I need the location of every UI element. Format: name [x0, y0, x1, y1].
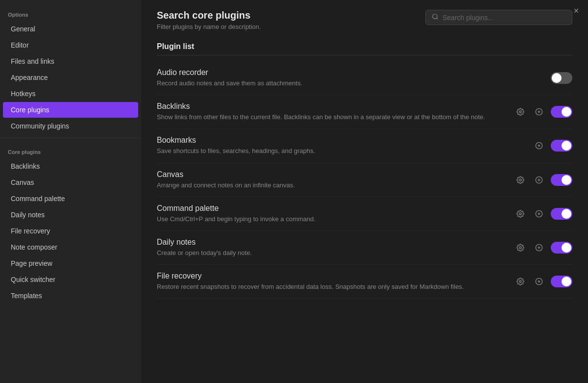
plugin-add-icon-file-recovery[interactable] [532, 275, 546, 288]
search-desc: Filter plugins by name or description. [157, 23, 261, 30]
plugin-toggle-track-audio-recorder [551, 72, 572, 84]
sidebar-item-core-plugins[interactable]: Core plugins [3, 102, 138, 118]
plugin-item-canvas: CanvasArrange and connect notes on an in… [157, 163, 572, 197]
plugin-toggle-command-palette[interactable] [551, 208, 572, 220]
plugin-actions-command-palette [514, 207, 572, 221]
plugin-list: Audio recorderRecord audio notes and sav… [157, 61, 572, 299]
sidebar-core-item-templates[interactable]: Templates [3, 288, 138, 304]
svg-point-17 [519, 247, 521, 249]
plugin-toggle-thumb-backlinks [562, 107, 571, 117]
plugin-toggle-track-bookmarks [551, 140, 572, 152]
plugin-desc-canvas: Arrange and connect notes on an infinite… [157, 181, 506, 190]
sidebar-item-community-plugins[interactable]: Community plugins [3, 118, 138, 134]
plugin-add-icon-daily-notes[interactable] [532, 241, 546, 255]
svg-point-13 [519, 213, 521, 215]
sidebar-core-item-command-palette[interactable]: Command palette [3, 191, 138, 206]
svg-point-21 [519, 281, 521, 282]
plugin-info-canvas: CanvasArrange and connect notes on an in… [157, 170, 506, 190]
search-title: Search core plugins [157, 10, 261, 21]
plugin-info-backlinks: BacklinksShow links from other files to … [157, 102, 506, 122]
plugin-info-command-palette: Command paletteUse Cmd/Ctrl+P and begin … [157, 204, 506, 224]
plugin-actions-canvas [514, 173, 572, 187]
sidebar-item-general[interactable]: General [3, 21, 138, 37]
plugin-item-backlinks: BacklinksShow links from other files to … [157, 95, 572, 129]
plugin-toggle-track-file-recovery [551, 276, 572, 287]
plugin-actions-backlinks [514, 105, 572, 119]
plugin-add-icon-command-palette[interactable] [532, 207, 546, 221]
sidebar-core-item-backlinks[interactable]: Backlinks [3, 158, 138, 174]
plugin-toggle-daily-notes[interactable] [551, 242, 572, 254]
sidebar-divider [0, 138, 141, 138]
plugin-info-bookmarks: BookmarksSave shortcuts to files, search… [157, 136, 524, 155]
plugin-add-icon-canvas[interactable] [532, 173, 546, 187]
plugin-toggle-canvas[interactable] [551, 174, 572, 186]
plugin-name-daily-notes: Daily notes [157, 238, 506, 247]
plugin-add-icon-bookmarks[interactable] [532, 139, 546, 153]
plugin-toggle-thumb-daily-notes [562, 243, 571, 253]
plugin-name-audio-recorder: Audio recorder [157, 68, 543, 77]
plugin-list-title: Plugin list [157, 42, 572, 55]
sidebar-core-item-page-preview[interactable]: Page preview [3, 255, 138, 271]
plugin-settings-icon-file-recovery[interactable] [514, 275, 527, 288]
close-button[interactable]: × [569, 4, 583, 18]
sidebar-item-files-and-links[interactable]: Files and links [3, 53, 138, 69]
plugin-item-file-recovery: File recoveryRestore recent snapshots to… [157, 265, 572, 299]
sidebar-core-item-canvas[interactable]: Canvas [3, 175, 138, 190]
svg-line-1 [437, 18, 438, 20]
plugin-actions-file-recovery [514, 275, 572, 288]
plugin-name-bookmarks: Bookmarks [157, 136, 524, 145]
sidebar-core-item-file-recovery[interactable]: File recovery [3, 223, 138, 239]
plugin-toggle-thumb-file-recovery [562, 277, 571, 286]
plugin-toggle-thumb-bookmarks [562, 141, 571, 151]
app-container: × Options GeneralEditorFiles and linksAp… [0, 0, 588, 383]
sidebar-item-editor[interactable]: Editor [3, 37, 138, 53]
plugin-name-backlinks: Backlinks [157, 102, 506, 111]
plugin-desc-daily-notes: Create or open today's daily note. [157, 249, 506, 257]
plugin-add-icon-backlinks[interactable] [532, 105, 546, 119]
search-input[interactable] [442, 14, 566, 22]
plugin-desc-bookmarks: Save shortcuts to files, searches, headi… [157, 147, 524, 155]
plugin-actions-audio-recorder [551, 72, 572, 84]
plugin-toggle-track-canvas [551, 174, 572, 186]
plugin-name-command-palette: Command palette [157, 204, 506, 213]
plugin-name-canvas: Canvas [157, 170, 506, 179]
plugin-settings-icon-backlinks[interactable] [514, 105, 527, 119]
plugin-desc-backlinks: Show links from other files to the curre… [157, 113, 506, 122]
plugin-actions-bookmarks [532, 139, 572, 153]
plugin-toggle-file-recovery[interactable] [551, 276, 572, 287]
plugin-toggle-thumb-audio-recorder [552, 73, 562, 83]
plugin-desc-file-recovery: Restore recent snapshots to recover from… [157, 282, 506, 291]
plugin-toggle-track-command-palette [551, 208, 572, 220]
sidebar: Options GeneralEditorFiles and linksAppe… [0, 0, 141, 383]
plugin-actions-daily-notes [514, 241, 572, 255]
plugin-item-audio-recorder: Audio recorderRecord audio notes and sav… [157, 61, 572, 95]
plugin-desc-audio-recorder: Record audio notes and save them as atta… [157, 79, 543, 88]
options-section-label: Options [0, 5, 141, 21]
plugin-info-audio-recorder: Audio recorderRecord audio notes and sav… [157, 68, 543, 88]
core-plugins-section-label: Core plugins [0, 142, 141, 158]
plugin-settings-icon-daily-notes[interactable] [514, 241, 527, 255]
svg-point-2 [519, 111, 521, 113]
plugin-toggle-thumb-command-palette [562, 209, 571, 219]
plugin-name-file-recovery: File recovery [157, 272, 506, 281]
search-icon [432, 13, 439, 22]
sidebar-core-item-quick-switcher[interactable]: Quick switcher [3, 272, 138, 287]
search-title-block: Search core plugins Filter plugins by na… [157, 10, 261, 30]
svg-point-9 [519, 179, 521, 181]
plugin-info-daily-notes: Daily notesCreate or open today's daily … [157, 238, 506, 257]
sidebar-item-appearance[interactable]: Appearance [3, 70, 138, 85]
svg-point-0 [433, 14, 437, 19]
plugin-settings-icon-canvas[interactable] [514, 173, 527, 187]
plugin-item-command-palette: Command paletteUse Cmd/Ctrl+P and begin … [157, 197, 572, 231]
plugin-toggle-track-backlinks [551, 106, 572, 118]
plugin-toggle-backlinks[interactable] [551, 106, 572, 118]
search-input-wrapper [425, 10, 572, 25]
sidebar-core-item-note-composer[interactable]: Note composer [3, 239, 138, 255]
plugin-settings-icon-command-palette[interactable] [514, 207, 527, 221]
plugin-toggle-bookmarks[interactable] [551, 140, 572, 152]
sidebar-core-item-daily-notes[interactable]: Daily notes [3, 207, 138, 223]
sidebar-item-hotkeys[interactable]: Hotkeys [3, 86, 138, 102]
plugin-toggle-track-daily-notes [551, 242, 572, 254]
plugin-toggle-thumb-canvas [562, 175, 571, 185]
plugin-toggle-audio-recorder[interactable] [551, 72, 572, 84]
